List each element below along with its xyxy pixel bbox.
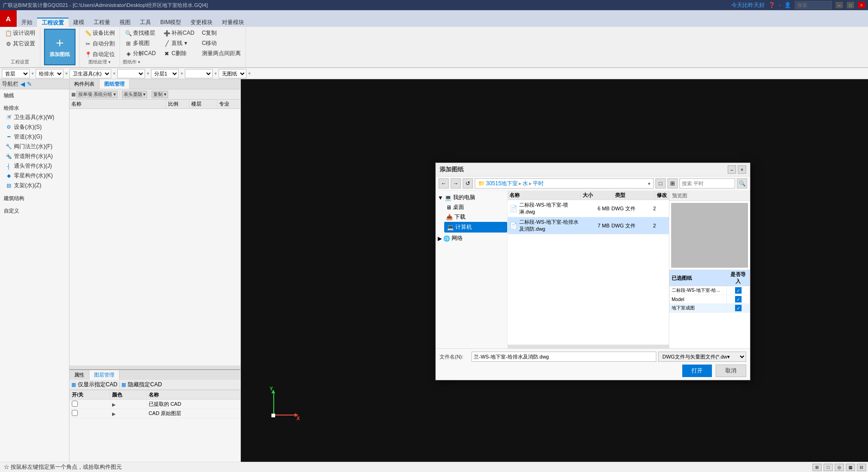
c-delete-button[interactable]: ✖ C删除 — [161, 49, 196, 58]
multi-view-button[interactable]: ⊞ 多视图 — [123, 39, 157, 48]
tab-modeling[interactable]: 建模 — [69, 18, 89, 27]
c-copy-button[interactable]: C复制 — [200, 29, 243, 38]
tab-compare[interactable]: 对量模块 — [217, 18, 249, 27]
tab-bim[interactable]: BIM模型 — [156, 18, 186, 27]
dialog-minimize-button[interactable]: – — [728, 165, 736, 174]
cancel-button[interactable]: 取消 — [716, 365, 746, 377]
measure-button[interactable]: 测量两点间距离 — [200, 49, 243, 58]
forward-button[interactable]: → — [451, 178, 461, 189]
nav-edit-icon[interactable]: ✎ — [27, 81, 32, 88]
tab-layer-management[interactable]: 图层管理 — [89, 370, 120, 380]
tab-properties[interactable]: 属性 — [69, 370, 89, 380]
file-row-1[interactable]: 📄 二标段-WS-地下室-给排水及消防.dwg 7 MB DWG 文件 2 — [508, 217, 669, 234]
sub-select[interactable] — [117, 69, 145, 78]
tree-downloads[interactable]: 📥 下载 — [444, 212, 507, 222]
nav-valve-item[interactable]: 🔧 阀门法兰(水)(F) — [0, 142, 69, 151]
drawing-select[interactable]: 无图纸 — [219, 69, 246, 78]
status-btn-2[interactable]: □ — [824, 464, 833, 471]
tab-change[interactable]: 变更模块 — [186, 18, 217, 27]
nav-collapse-icon[interactable]: ◀ — [20, 81, 25, 88]
line-button[interactable]: ╱ 直线 ▾ — [161, 39, 196, 48]
view-toggle-button[interactable]: ⊞ — [667, 178, 678, 189]
files-col-date[interactable]: 修改 — [655, 191, 669, 200]
status-bar: ☆ 按鼠标左键指定第一个角点，或拾取构件图元 ⊞ □ ◎ ▦ ⊟ — [0, 462, 868, 472]
category-select[interactable]: 卫生器具(水) — [69, 69, 111, 78]
system-select[interactable]: 给排水 — [36, 69, 63, 78]
file-h-scrollbar[interactable] — [69, 365, 240, 369]
path-bar: 📁 30515地下室 ▸ 水 ▸ 平时 ▾ — [475, 178, 654, 189]
status-btn-4[interactable]: ▦ — [846, 464, 855, 471]
c-move-button[interactable]: C移动 — [200, 39, 243, 48]
path-dropdown-button[interactable]: ▾ — [648, 181, 650, 186]
tab-drawing-management[interactable]: 图纸管理 — [100, 79, 130, 89]
layer-checkbox-0[interactable] — [70, 400, 110, 409]
dialog-search-input[interactable] — [679, 178, 735, 189]
tree-my-computer[interactable]: ▼ 💻 我的电脑 — [436, 193, 507, 202]
back-button[interactable]: ← — [439, 178, 449, 189]
dialog-close-button[interactable]: × — [738, 165, 746, 174]
open-button[interactable]: 打开 — [682, 365, 712, 377]
hide-cad-button[interactable]: 隐藏指定CAD — [128, 381, 162, 389]
dialog-tree-panel: ▼ 💻 我的电脑 🖥 桌面 📥 下载 — [436, 191, 508, 348]
filename-label: 文件名(N): — [440, 353, 470, 360]
nav-support-item[interactable]: ▤ 支架(水)(Z) — [0, 181, 69, 190]
nav-sanitary-item[interactable]: 🚿 卫生器具(水)(W) — [0, 113, 69, 122]
files-col-size[interactable]: 大小 — [581, 191, 613, 200]
nav-fitting-item[interactable]: ┤ 通头管件(水)(J) — [0, 161, 69, 171]
copy-button[interactable]: 复制 ▾ — [151, 91, 168, 98]
tree-computer[interactable]: 💻 计算机 — [444, 222, 507, 233]
layer-select[interactable]: 分层1 — [151, 69, 179, 78]
file-row-0[interactable]: 📄 二标段-WS-地下室-喷淋.dwg 6 MB DWG 文件 2 — [508, 200, 669, 217]
tab-view[interactable]: 视图 — [115, 18, 135, 27]
filetype-select[interactable]: DWG文件与矢量图文件(*.dw▾ — [658, 352, 746, 362]
find-floor-button[interactable]: 🔍 查找楼层 — [123, 29, 157, 38]
refresh-button[interactable]: ↺ — [463, 178, 473, 189]
dialog-search-button[interactable]: 🔍 — [737, 178, 747, 189]
checkbox-2[interactable]: ✓ — [735, 305, 742, 311]
scale-button[interactable]: 📏 设备比例 — [82, 29, 117, 38]
nav-pipe-accessory-item[interactable]: 🔩 管道附件(水)(A) — [0, 151, 69, 161]
add-cad-button[interactable]: ➕ 补画CAD — [161, 29, 196, 38]
minimize-button[interactable]: – — [836, 2, 843, 8]
files-col-type[interactable]: 类型 — [613, 191, 655, 200]
search-input[interactable] — [795, 1, 832, 9]
layer-checkbox-1[interactable] — [70, 409, 110, 418]
new-folder-button[interactable]: □ — [655, 178, 666, 189]
nav-equipment-item[interactable]: ⚙ 设备(水)(S) — [0, 122, 69, 132]
path-item-0[interactable]: 30515地下室 — [486, 180, 518, 188]
auto-split-button[interactable]: ✂ 自动分割 — [82, 39, 117, 48]
tree-network[interactable]: ▶ 🌐 网络 — [436, 233, 507, 243]
auto-locate-button[interactable]: 📍 自动定位 — [82, 50, 117, 59]
design-desc-button[interactable]: 📋 设计说明 — [3, 29, 37, 38]
close-button[interactable]: × — [858, 2, 865, 8]
other-settings-button[interactable]: ⚙ 其它设置 — [3, 39, 37, 48]
left-navigation: 导航栏 ◀ ✎ 轴线 给排水 🚿 卫生器具(水)(W) ⚙ 设备(水)(S) ━ — [0, 79, 69, 462]
tab-quantity[interactable]: 工程量 — [89, 18, 115, 27]
path-item-1[interactable]: 水 — [522, 180, 528, 188]
tab-start[interactable]: 开始 — [17, 18, 37, 27]
tab-tools[interactable]: 工具 — [135, 18, 156, 27]
checkbox-0[interactable]: ✓ — [735, 287, 742, 294]
show-cad-button[interactable]: 仅显示指定CAD — [78, 381, 117, 389]
layer-table: 开/关 颜色 名称 ▶ 已提取的 CAD ▶ — [69, 390, 240, 418]
status-btn-1[interactable]: ⊞ — [812, 464, 822, 471]
nav-misc-item[interactable]: ◆ 零星构件(水)(K) — [0, 171, 69, 181]
tab-engineering[interactable]: 工程设置 — [37, 18, 69, 27]
maximize-button[interactable]: □ — [847, 2, 854, 8]
floor-select[interactable]: 首层 — [2, 69, 30, 78]
disassemble-cad-button[interactable]: ◈ 分解CAD — [123, 49, 157, 58]
checkbox-1[interactable]: ✓ — [735, 296, 742, 302]
status-btn-3[interactable]: ◎ — [835, 464, 844, 471]
group-button[interactable]: 按单项·系统分组 ▾ — [76, 91, 118, 98]
tree-desktop[interactable]: 🖥 桌面 — [444, 202, 507, 212]
filename-input[interactable] — [472, 352, 656, 362]
add-drawing-button[interactable]: ＋ 添加图纸 — [44, 29, 75, 65]
path-item-2[interactable]: 平时 — [533, 180, 544, 188]
tab-component-list[interactable]: 构件列表 — [69, 79, 100, 89]
sub2-select[interactable] — [185, 69, 213, 78]
status-btn-5[interactable]: ⊟ — [857, 464, 866, 471]
nav-pipe-item[interactable]: ━ 管道(水)(G) — [0, 132, 69, 142]
files-col-name[interactable]: 名称 — [508, 191, 581, 200]
column-visibility-button[interactable]: 表头显隐 ▾ — [122, 91, 148, 98]
files-h-scrollbar[interactable] — [508, 345, 669, 348]
